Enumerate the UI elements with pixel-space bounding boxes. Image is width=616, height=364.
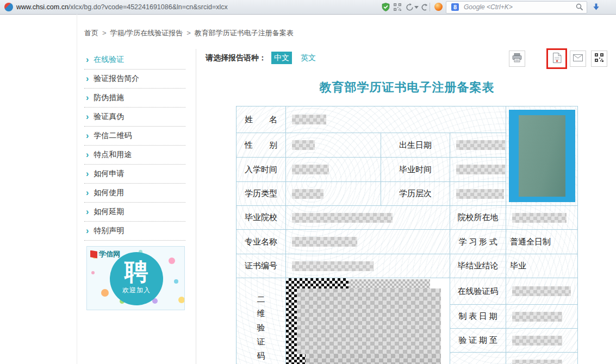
redacted-value <box>292 213 393 223</box>
school-location-value-cell <box>506 206 578 230</box>
envelope-icon <box>573 54 583 64</box>
pdf-document-icon <box>552 53 562 65</box>
sidebar-item-label: 学信二维码 <box>94 131 132 141</box>
qrcode-icon <box>595 53 603 64</box>
major-label: 专业名称 <box>237 230 286 254</box>
search-placeholder-text: Google <Ctrl+K> <box>464 2 513 13</box>
url-bar[interactable]: www.chsi.com.cn/xlcx/bg.do?vcode=4522416… <box>16 0 228 14</box>
sidebar-item-how-to-use[interactable]: ›如何使用 <box>84 184 185 203</box>
photo-frame <box>509 110 575 202</box>
sidebar-item-special-statement[interactable]: ›特别声明 <box>84 222 185 241</box>
photo-cell <box>506 106 578 206</box>
major-value-cell <box>286 230 450 254</box>
recruitment-banner[interactable]: 学信网 聘 欢迎加入 <box>86 246 185 310</box>
table-date-value-cell <box>506 305 578 329</box>
cert-no-value-cell <box>286 254 450 278</box>
refresh-dropdown-caret[interactable] <box>414 6 419 9</box>
site-favicon <box>4 3 13 11</box>
sidebar-item-label: 验证真伪 <box>94 112 124 122</box>
sidebar-item-label: 如何延期 <box>94 207 124 217</box>
breadcrumb: 首页>学籍/学历在线验证报告>教育部学历证书电子注册备案表 <box>84 28 294 38</box>
sidebar-item-online-verification[interactable]: ›在线验证 <box>84 51 185 70</box>
chevron-right-icon: › <box>86 227 89 235</box>
recruit-tagline: 欢迎加入 <box>110 286 163 295</box>
toolbar-separator <box>430 3 430 11</box>
decor-dot <box>178 297 185 303</box>
refresh-icon[interactable] <box>405 3 414 11</box>
page-title: 教育部学历证书电子注册备案表 <box>236 79 578 96</box>
decor-dot <box>101 289 109 297</box>
search-box[interactable]: 8 Google <Ctrl+K> <box>446 1 587 14</box>
recruit-big-char: 聘 <box>110 260 163 284</box>
redacted-value <box>456 165 505 174</box>
edu-level-value-cell <box>450 182 506 206</box>
download-arrow-icon[interactable] <box>592 3 600 14</box>
redacted-value <box>512 336 562 346</box>
valid-until-value-cell <box>506 329 578 353</box>
conclusion-value: 毕业 <box>506 254 578 278</box>
google-logo-icon[interactable]: 8 <box>451 3 459 11</box>
pdf-highlight-box <box>546 48 567 69</box>
gender-value-cell <box>286 133 381 158</box>
sidebar-item-anti-forgery[interactable]: ›防伪措施 <box>84 89 185 108</box>
security-shield-icon[interactable] <box>381 3 390 11</box>
extra-value-cell <box>506 353 578 364</box>
sidebar-item-how-to-extend[interactable]: ›如何延期 <box>84 203 185 222</box>
chsi-flag-icon <box>90 250 97 259</box>
recruit-circle: 聘 欢迎加入 <box>110 252 163 305</box>
redacted-value <box>306 354 441 364</box>
chevron-right-icon: › <box>86 208 89 216</box>
study-form-label: 学 习 形 式 <box>450 230 506 254</box>
pdf-download-button[interactable] <box>548 50 565 67</box>
email-button[interactable] <box>570 51 586 67</box>
curved-arrow-icon[interactable] <box>420 3 428 11</box>
graduate-date-label: 毕业时间 <box>381 158 450 182</box>
redacted-value <box>292 237 357 247</box>
enroll-date-label: 入学时间 <box>237 158 286 182</box>
gender-label: 性 别 <box>237 133 286 158</box>
language-chinese-button[interactable]: 中文 <box>271 52 292 64</box>
edu-type-label: 学历类型 <box>237 182 286 206</box>
sidebar-item-chsi-qrcode[interactable]: ›学信二维码 <box>84 127 185 146</box>
registration-form-table: 姓 名 性 别 出生日期 入学时间 毕业时间 学历类型 学历层次 毕业院校 院校… <box>236 106 578 364</box>
birth-date-value-cell <box>450 133 506 158</box>
online-code-label: 在线验证码 <box>450 278 506 305</box>
chsi-logo: 学信网 <box>90 249 120 259</box>
sidebar-item-report-intro[interactable]: ›验证报告简介 <box>84 70 185 89</box>
qrcode-button[interactable] <box>591 51 607 67</box>
breadcrumb-current: 教育部学历证书电子注册备案表 <box>195 29 294 37</box>
sidebar-item-verify-authenticity[interactable]: ›验证真伪 <box>84 108 185 127</box>
search-magnifier-icon[interactable] <box>576 3 583 13</box>
qr-code-area <box>286 278 450 364</box>
download-manager-icon[interactable] <box>434 3 443 11</box>
redacted-value <box>512 286 571 296</box>
breadcrumb-report-link[interactable]: 学籍/学历在线验证报告 <box>110 29 183 37</box>
qr-verify-label-text: 二维验证码 <box>257 292 265 363</box>
sidebar-item-how-to-apply[interactable]: ›如何申请 <box>84 165 185 184</box>
school-value-cell <box>286 206 450 230</box>
url-domain: www.chsi.com.cn <box>16 3 69 11</box>
qr-verify-label: 二维验证码 <box>237 278 286 364</box>
birth-date-label: 出生日期 <box>381 133 450 158</box>
screen: www.chsi.com.cn/xlcx/bg.do?vcode=4522416… <box>0 0 616 364</box>
redacted-value <box>456 140 505 150</box>
sidebar-item-label: 防伪措施 <box>94 93 124 103</box>
decor-dot <box>174 279 178 284</box>
sidebar-item-features-uses[interactable]: ›特点和用途 <box>84 146 185 165</box>
edu-type-value-cell <box>286 182 381 206</box>
chevron-right-icon: › <box>86 93 89 102</box>
chevron-right-icon: › <box>86 189 89 197</box>
breadcrumb-home[interactable]: 首页 <box>84 29 98 37</box>
language-english-button[interactable]: 英文 <box>301 53 316 63</box>
qr-login-icon[interactable] <box>393 3 402 11</box>
table-date-label: 制 表 日 期 <box>450 305 506 329</box>
photo-redacted <box>519 115 565 197</box>
sidebar: ›在线验证 ›验证报告简介 ›防伪措施 ›验证真伪 ›学信二维码 ›特点和用途 … <box>84 51 185 241</box>
decor-dot <box>91 271 95 274</box>
chevron-right-icon: › <box>86 112 89 121</box>
print-button[interactable] <box>509 51 525 67</box>
cert-no-label: 证书编号 <box>237 254 286 278</box>
redacted-value <box>292 261 374 271</box>
conclusion-label: 毕结业结论 <box>450 254 506 278</box>
browser-address-bar: www.chsi.com.cn/xlcx/bg.do?vcode=4522416… <box>0 0 616 15</box>
